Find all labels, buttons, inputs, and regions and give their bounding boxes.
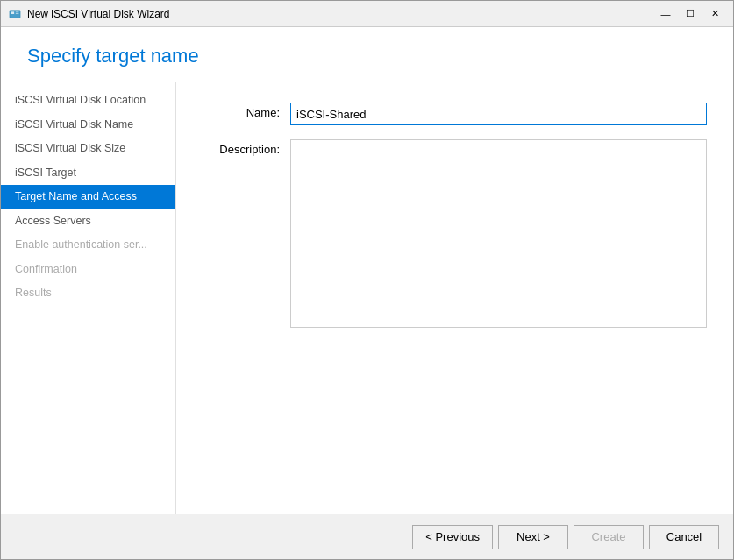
name-input[interactable] [290, 103, 707, 125]
sidebar-item-target-name-access[interactable]: Target Name and Access [1, 185, 175, 209]
svg-rect-1 [11, 11, 15, 14]
svg-rect-3 [16, 13, 19, 14]
wizard-window: New iSCSI Virtual Disk Wizard — ☐ ✕ Spec… [0, 0, 734, 560]
description-label: Description: [203, 139, 290, 156]
sidebar-item-results: Results [1, 281, 175, 306]
previous-button[interactable]: < Previous [412, 525, 493, 549]
content-area: Specify target name iSCSI Virtual Disk L… [1, 27, 733, 559]
close-button[interactable]: ✕ [703, 5, 726, 23]
titlebar-controls: — ☐ ✕ [654, 5, 726, 23]
sidebar-item-enable-auth: Enable authentication ser... [1, 233, 175, 258]
sidebar-item-iscsi-location[interactable]: iSCSI Virtual Disk Location [1, 89, 175, 113]
next-button[interactable]: Next > [498, 525, 568, 549]
name-field-container [290, 103, 707, 125]
minimize-button[interactable]: — [654, 5, 677, 23]
name-label: Name: [203, 103, 290, 119]
form-area: Name: Description: [176, 82, 733, 514]
description-row: Description: [203, 139, 707, 330]
name-row: Name: [203, 103, 707, 125]
titlebar-icon [8, 7, 22, 21]
sidebar-item-confirmation: Confirmation [1, 258, 175, 282]
sidebar-item-iscsi-size[interactable]: iSCSI Virtual Disk Size [1, 137, 175, 161]
titlebar-title: New iSCSI Virtual Disk Wizard [27, 8, 654, 20]
maximize-button[interactable]: ☐ [679, 5, 702, 23]
main-body: iSCSI Virtual Disk Location iSCSI Virtua… [1, 82, 733, 514]
page-title: Specify target name [27, 45, 707, 67]
footer: < Previous Next > Create Cancel [1, 514, 733, 559]
sidebar-item-access-servers[interactable]: Access Servers [1, 209, 175, 234]
create-button: Create [574, 525, 644, 549]
cancel-button[interactable]: Cancel [649, 525, 719, 549]
svg-rect-2 [16, 11, 19, 12]
sidebar-item-iscsi-name[interactable]: iSCSI Virtual Disk Name [1, 113, 175, 138]
page-header: Specify target name [1, 27, 733, 82]
sidebar: iSCSI Virtual Disk Location iSCSI Virtua… [1, 82, 176, 514]
titlebar: New iSCSI Virtual Disk Wizard — ☐ ✕ [1, 1, 733, 27]
sidebar-item-iscsi-target[interactable]: iSCSI Target [1, 161, 175, 186]
description-input[interactable] [290, 139, 707, 328]
description-field-container [290, 139, 707, 330]
